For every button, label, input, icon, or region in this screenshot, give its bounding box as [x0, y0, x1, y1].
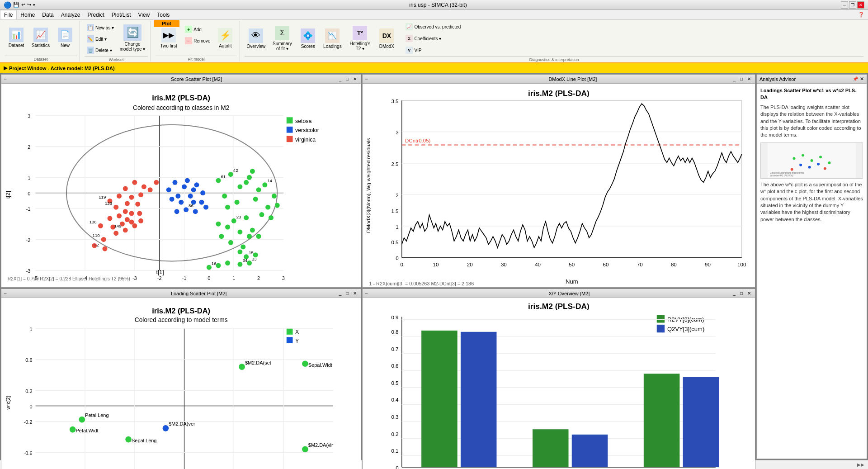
- svg-text:versicolor: versicolor: [295, 127, 319, 133]
- vip-icon: V: [406, 47, 413, 54]
- loadings-icon: 📉: [325, 28, 340, 43]
- svg-point-45: [222, 194, 227, 199]
- autofit-icon: ⚡: [218, 28, 232, 43]
- menu-analyze[interactable]: Analyze: [57, 10, 84, 19]
- new-as-button[interactable]: 📋 New as ▾: [85, 23, 116, 33]
- menu-data[interactable]: Data: [38, 10, 57, 19]
- svg-text:100: 100: [737, 262, 746, 267]
- advisor-close-icon[interactable]: ✕: [860, 76, 864, 82]
- quick-access-save[interactable]: 💾: [13, 2, 19, 8]
- svg-text:-0.2: -0.2: [24, 420, 33, 425]
- add-button[interactable]: + Add: [183, 24, 212, 34]
- svg-point-55: [275, 203, 280, 208]
- main-content: ━ Score Scatter Plot [M2] _ □ ✕ iris.M2 …: [0, 73, 868, 460]
- xy-close[interactable]: ✕: [746, 290, 752, 296]
- overview-button[interactable]: 👁 Overview: [245, 23, 267, 54]
- menu-plotlist[interactable]: Plot/List: [108, 10, 135, 19]
- score-close[interactable]: ✕: [352, 76, 358, 82]
- dmodx-button[interactable]: DX DModX: [376, 23, 397, 54]
- svg-text:w*c[2]: w*c[2]: [5, 396, 11, 410]
- menu-view[interactable]: View: [134, 10, 153, 19]
- quick-access-undo[interactable]: ↩: [21, 2, 25, 8]
- svg-point-59: [231, 218, 236, 223]
- two-first-button[interactable]: ▶▶ Two first: [156, 23, 182, 53]
- svg-text:110: 110: [93, 233, 100, 238]
- help-icon[interactable]: ❓: [854, 12, 868, 18]
- autofit-button[interactable]: ⚡ Autofit: [213, 23, 237, 53]
- svg-point-99: [175, 209, 179, 214]
- close-button[interactable]: ✕: [857, 1, 864, 9]
- menu-predict[interactable]: Predict: [84, 10, 108, 19]
- dmodx-minimize[interactable]: _: [731, 76, 737, 82]
- svg-text:-3: -3: [132, 275, 137, 281]
- coefficients-button[interactable]: Σ Coefficients ▾: [403, 33, 463, 43]
- quick-access-redo[interactable]: ↪: [27, 2, 31, 8]
- delete-button[interactable]: 🗑️ Delete ▾: [85, 45, 116, 55]
- svg-text:-2: -2: [26, 237, 31, 243]
- change-model-button[interactable]: 🔄 Changemodel type ▾: [117, 23, 148, 53]
- minimize-button[interactable]: ─: [841, 1, 848, 9]
- svg-text:Petal.Leng: Petal.Leng: [85, 412, 108, 418]
- xy-minimize[interactable]: _: [731, 290, 737, 296]
- svg-text:149: 149: [114, 223, 122, 228]
- summary-icon: Σ: [275, 26, 289, 40]
- dmodx-restore[interactable]: □: [739, 76, 744, 82]
- menu-tools[interactable]: Tools: [153, 10, 173, 19]
- statistics-button[interactable]: 📈 Statistics: [29, 23, 52, 53]
- summary-fit-button[interactable]: Σ Summary of fit ▾: [269, 23, 295, 54]
- svg-text:42: 42: [233, 168, 238, 173]
- new-icon: 📄: [58, 28, 72, 42]
- svg-text:$M2.DA(ver: $M2.DA(ver: [169, 422, 195, 427]
- xy-restore[interactable]: □: [739, 290, 744, 296]
- loading-minimize[interactable]: _: [338, 290, 343, 296]
- svg-text:0.7: 0.7: [392, 346, 399, 352]
- xy-overview-title: X/Y Overview [M2]: [548, 291, 730, 296]
- change-model-icon: 🔄: [123, 24, 142, 41]
- score-minimize[interactable]: _: [338, 76, 343, 82]
- svg-point-78: [225, 261, 230, 265]
- loading-restore[interactable]: □: [344, 290, 350, 296]
- svg-text:-1: -1: [26, 206, 31, 212]
- svg-text:Colored according to model ter: Colored according to model terms: [135, 317, 228, 324]
- edit-button[interactable]: ✏️ Edit ▾: [85, 34, 116, 44]
- svg-point-268: [824, 167, 826, 170]
- svg-point-102: [132, 180, 137, 185]
- loadings-button[interactable]: 📉 Loadings: [321, 23, 344, 54]
- plot-tab[interactable]: Plot: [154, 20, 179, 27]
- menu-home[interactable]: Home: [17, 10, 38, 19]
- remove-button[interactable]: − Remove: [183, 36, 212, 46]
- advisor-pin[interactable]: 📌: [853, 76, 858, 81]
- hotelling-button[interactable]: T² Hotelling's T2 ▾: [346, 23, 374, 54]
- restore-button[interactable]: ❐: [849, 1, 856, 9]
- svg-point-53: [265, 205, 270, 210]
- dmodx-close[interactable]: ✕: [746, 76, 752, 82]
- svg-point-267: [791, 168, 793, 171]
- dataset-group-label: Dataset: [5, 56, 77, 62]
- observed-predicted-button[interactable]: 📈 Observed vs. predicted: [403, 22, 463, 32]
- svg-point-93: [170, 197, 175, 202]
- svg-point-87: [194, 182, 199, 187]
- svg-text:0.8: 0.8: [392, 329, 399, 335]
- svg-text:setosa: setosa: [295, 118, 311, 124]
- svg-point-84: [191, 187, 196, 192]
- advisor-thumbnail: Variances-M2 (PLS-DA) Coloured according…: [760, 142, 863, 179]
- loading-close[interactable]: ✕: [352, 290, 358, 296]
- svg-text:0: 0: [396, 465, 398, 469]
- dataset-button[interactable]: 📊 Dataset: [5, 23, 28, 53]
- score-scatter-header: ━ Score Scatter Plot [M2] _ □ ✕: [1, 75, 361, 84]
- svg-point-86: [185, 178, 190, 183]
- dmodx-header: ━ DModX Line Plot [M2] _ □ ✕: [363, 75, 755, 84]
- svg-text:R2X[1] = 0.729    R2X[2] = 0.2: R2X[1] = 0.729 R2X[2] = 0.228 Ellipse: H…: [8, 276, 130, 281]
- new-label: New: [61, 43, 70, 48]
- svg-point-44: [256, 187, 261, 192]
- new-button[interactable]: 📄 New: [53, 23, 77, 53]
- svg-text:Sepal.Leng: Sepal.Leng: [132, 438, 157, 444]
- vip-button[interactable]: V VIP: [403, 45, 463, 55]
- svg-text:70: 70: [637, 262, 643, 267]
- score-restore[interactable]: □: [344, 76, 350, 82]
- svg-point-85: [166, 187, 171, 192]
- scores-button[interactable]: 💠 Scores: [297, 23, 319, 54]
- coefficients-label: Coefficients ▾: [414, 36, 441, 41]
- svg-point-94: [199, 200, 204, 205]
- menu-file[interactable]: File: [0, 10, 17, 19]
